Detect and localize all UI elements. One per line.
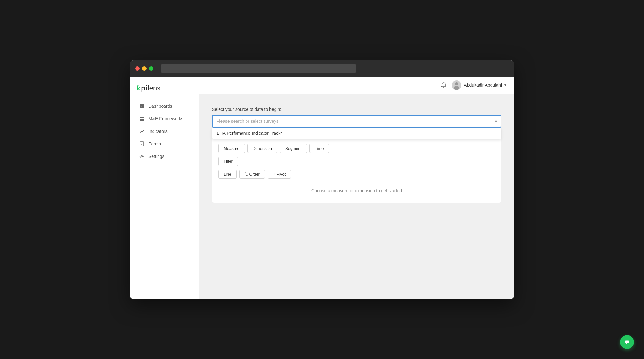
svg-rect-2: [140, 106, 142, 108]
main-area: Abdukadir Abdulahi ▾ Select your source …: [199, 77, 514, 299]
pivot-icon: +: [273, 172, 275, 177]
sidebar-item-mne-frameworks[interactable]: M&E Frameworks: [133, 113, 197, 125]
top-header: Abdukadir Abdulahi ▾: [199, 77, 514, 94]
chart-panel: Measure Dimension Segment Time Filter Li…: [212, 138, 501, 203]
time-button[interactable]: Time: [309, 144, 329, 153]
sidebar-item-dashboards[interactable]: Dashboards: [133, 100, 197, 112]
form-icon: [139, 141, 145, 147]
chart-toolbar-bottom: Line ⇅ Order + Pivot: [218, 170, 495, 179]
dimension-button[interactable]: Dimension: [247, 144, 277, 153]
svg-point-15: [454, 86, 459, 90]
order-icon: ⇅: [245, 172, 248, 177]
pivot-button[interactable]: + Pivot: [268, 170, 291, 179]
measure-button[interactable]: Measure: [218, 144, 245, 153]
bell-icon[interactable]: [441, 82, 447, 88]
sidebar-item-label-mne: M&E Frameworks: [148, 116, 183, 121]
user-name-label: Abdukadir Abdulahi: [464, 83, 502, 88]
sidebar-item-label-settings: Settings: [148, 154, 164, 159]
chat-bubble-button[interactable]: [620, 335, 634, 349]
traffic-light-green[interactable]: [149, 66, 153, 71]
sidebar-item-label-forms: Forms: [148, 141, 161, 146]
traffic-light-yellow[interactable]: [142, 66, 147, 71]
filter-button[interactable]: Filter: [218, 157, 238, 166]
line-button[interactable]: Line: [218, 170, 237, 179]
source-label: Select your source of data to begin:: [212, 107, 501, 112]
logo-k: k: [136, 84, 140, 92]
sidebar-item-label-dashboards: Dashboards: [148, 104, 172, 109]
source-dropdown-menu: BHA Perfomance Indicator Trackr: [212, 128, 501, 139]
dropdown-item-bha[interactable]: BHA Perfomance Indicator Trackr: [212, 128, 501, 139]
trend-icon: [139, 128, 145, 134]
app-container: kpilens Dashboards: [130, 77, 514, 299]
grid-icon: [139, 103, 145, 109]
svg-rect-7: [142, 119, 144, 121]
svg-rect-5: [142, 117, 144, 118]
sidebar-item-label-indicators: Indicators: [148, 129, 168, 134]
avatar: [452, 80, 461, 90]
svg-rect-0: [140, 104, 142, 106]
browser-titlebar: [130, 60, 514, 77]
address-bar[interactable]: [161, 64, 356, 73]
logo-lens: lens: [148, 84, 160, 92]
order-button[interactable]: ⇅ Order: [239, 170, 265, 179]
chart-toolbar-top: Measure Dimension Segment Time: [218, 144, 495, 153]
chevron-down-icon: ▾: [504, 83, 506, 87]
svg-rect-1: [142, 104, 144, 106]
content-area: Select your source of data to begin: Ple…: [199, 94, 514, 299]
sidebar-item-forms[interactable]: Forms: [133, 138, 197, 150]
traffic-light-red[interactable]: [135, 66, 140, 71]
sidebar-item-indicators[interactable]: Indicators: [133, 125, 197, 137]
user-menu[interactable]: Abdukadir Abdulahi ▾: [452, 80, 506, 90]
segment-button[interactable]: Segment: [280, 144, 307, 153]
svg-point-12: [141, 155, 143, 157]
svg-rect-6: [140, 119, 142, 121]
gear-icon: [139, 154, 145, 159]
select-placeholder: Please search or select surveys: [216, 119, 279, 124]
chart-placeholder-text: Choose a measure or dimension to get sta…: [218, 179, 495, 196]
grid2-icon: [139, 116, 145, 122]
logo: kpilens: [136, 84, 193, 92]
sidebar-item-settings[interactable]: Settings: [133, 150, 197, 162]
logo-area: kpilens: [130, 80, 199, 100]
svg-rect-4: [140, 117, 142, 118]
svg-rect-3: [142, 106, 144, 108]
svg-point-14: [455, 82, 458, 85]
source-select-input[interactable]: Please search or select surveys ▾: [212, 115, 501, 128]
chart-toolbar-filter: Filter: [218, 157, 495, 166]
sidebar: kpilens Dashboards: [130, 77, 199, 299]
source-select-container: Please search or select surveys ▾ BHA Pe…: [212, 115, 501, 128]
select-chevron-icon: ▾: [495, 119, 497, 123]
logo-pi: pi: [141, 84, 147, 92]
